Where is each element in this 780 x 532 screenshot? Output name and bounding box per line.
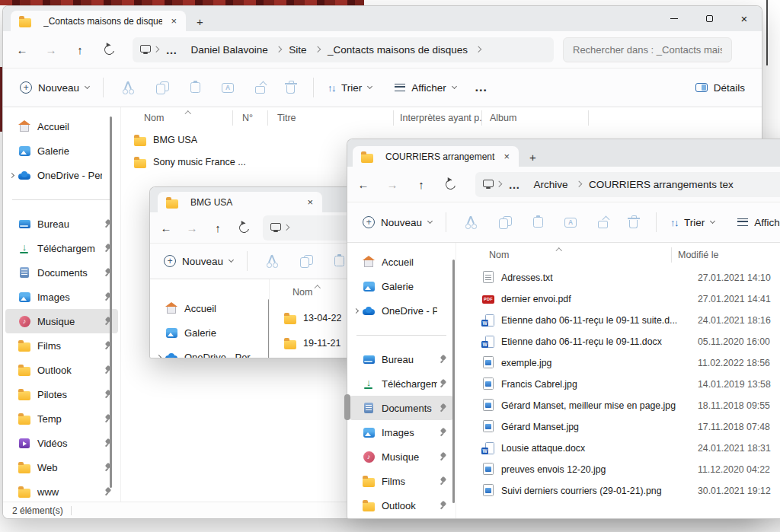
sidebar-item[interactable]: Bureau — [350, 347, 453, 371]
file-row[interactable]: dernier envoi.pdf 27.01.2021 14:41 — [456, 288, 780, 310]
back-button[interactable]: ← — [8, 37, 37, 62]
paste-button[interactable] — [533, 217, 543, 228]
close-window-button[interactable]: × — [727, 6, 762, 31]
new-tab-button[interactable]: + — [529, 151, 536, 163]
sidebar-item[interactable]: Outlook — [350, 493, 453, 518]
cut-button[interactable] — [266, 255, 279, 268]
sidebar-item[interactable]: Documents — [5, 260, 118, 285]
new-tab-button[interactable]: + — [197, 16, 203, 27]
column-header-modified[interactable]: Modifié le — [672, 247, 780, 263]
sidebar-item[interactable]: Films — [350, 469, 453, 493]
refresh-button[interactable] — [94, 37, 123, 62]
sidebar-item[interactable]: Accueil — [152, 296, 267, 320]
this-pc-icon[interactable] — [483, 180, 494, 187]
sidebar-scrollbar[interactable] — [110, 116, 112, 488]
file-row[interactable]: Etienne daho 06-11-reçu le 09-11 suite.d… — [456, 310, 780, 331]
copy-button[interactable] — [300, 255, 313, 268]
chevron-right-icon[interactable] — [9, 172, 14, 177]
search-input[interactable] — [563, 37, 732, 62]
copy-button[interactable] — [156, 81, 169, 94]
sidebar-item[interactable]: Bureau — [5, 212, 118, 236]
column-header-artists[interactable]: Interprètes ayant p... — [394, 110, 482, 126]
column-header-name[interactable]: Nom — [456, 247, 672, 263]
details-pane-button[interactable]: Détails — [689, 78, 751, 98]
up-button[interactable]: ↑ — [66, 37, 94, 62]
new-button[interactable]: + Nouveau — [14, 77, 95, 98]
rename-button[interactable] — [564, 218, 577, 228]
this-pc-icon[interactable] — [270, 223, 281, 231]
refresh-button[interactable] — [231, 215, 257, 241]
maximize-button[interactable] — [692, 6, 727, 31]
file-row[interactable]: Adresses.txt 27.01.2021 14:10 — [456, 267, 780, 288]
sidebar-item[interactable]: Temp — [5, 406, 118, 431]
rename-button[interactable] — [222, 83, 234, 93]
new-button[interactable]: + Nouveau — [356, 212, 438, 233]
sidebar-item[interactable]: Documents — [350, 396, 453, 420]
view-button[interactable]: Afficher — [388, 78, 462, 98]
cut-button[interactable] — [122, 81, 135, 94]
share-button[interactable] — [598, 221, 608, 228]
share-button[interactable] — [255, 86, 265, 94]
close-tab-icon[interactable]: × — [304, 197, 316, 207]
column-header-title[interactable]: Titre — [268, 110, 394, 126]
sidebar-item[interactable]: Accueil — [350, 250, 453, 274]
paste-button[interactable] — [190, 82, 200, 93]
sidebar-item[interactable]: Galerie — [5, 139, 118, 163]
sort-button[interactable]: ↑↓ Trier — [321, 78, 378, 98]
cut-button[interactable] — [465, 216, 478, 229]
chevron-right-icon[interactable] — [353, 307, 359, 313]
see-more-button[interactable]: … — [475, 80, 488, 95]
sidebar-item[interactable]: Galerie — [152, 320, 267, 345]
sidebar-item[interactable]: Téléchargem — [350, 371, 453, 396]
sidebar-scrollbar[interactable] — [452, 260, 455, 503]
sidebar-item[interactable]: Musique — [350, 444, 453, 469]
file-row[interactable]: Etienne daho 06-11-reçu le 09-11.docx 05… — [456, 331, 780, 352]
back-button[interactable]: ← — [349, 171, 378, 197]
file-row[interactable]: exemple.jpg 11.02.2022 18:56 — [456, 352, 780, 374]
column-header-name[interactable]: Nom — [121, 110, 233, 126]
sidebar-item[interactable]: Images — [5, 285, 118, 309]
this-pc-icon[interactable] — [140, 45, 151, 53]
file-row[interactable]: preuves envois 12-20.jpg 11.12.2020 04:2… — [456, 459, 780, 480]
sidebar-item[interactable]: Accueil — [5, 114, 118, 139]
forward-button[interactable]: → — [37, 37, 66, 62]
sidebar-item[interactable]: Outlook — [5, 358, 118, 382]
file-row[interactable]: Lousie attaque.docx 24.01.2021 18:31 — [456, 438, 780, 459]
minimize-button[interactable] — [657, 6, 692, 31]
refresh-button[interactable] — [436, 171, 465, 197]
paste-button[interactable] — [334, 256, 344, 266]
column-header-album[interactable]: Album — [482, 110, 589, 126]
column-header-number[interactable]: N° — [233, 110, 268, 126]
delete-button[interactable] — [286, 85, 295, 94]
sidebar-item[interactable]: OneDrive - Pers — [5, 163, 118, 187]
sidebar-item[interactable]: OneDrive - Pers — [350, 298, 453, 323]
copy-button[interactable] — [499, 216, 512, 229]
view-button[interactable]: Afficher — [731, 212, 780, 233]
sidebar-item[interactable]: Films — [5, 333, 118, 358]
breadcrumb-item[interactable]: COURRIERS arrangements tex — [582, 179, 740, 190]
breadcrumb-item[interactable]: Daniel Balavoine — [184, 44, 275, 56]
up-button[interactable]: ↑ — [205, 215, 231, 241]
close-tab-icon[interactable]: × — [500, 151, 513, 161]
sidebar-item[interactable]: OneDrive - Pers — [152, 345, 267, 358]
tab-contacts[interactable]: _Contacts maisons de disques × — [11, 11, 186, 31]
forward-button[interactable]: → — [378, 171, 407, 197]
breadcrumb[interactable]: … Daniel Balavoine Site _Contacts maison… — [133, 37, 554, 62]
sort-button[interactable]: ↑↓ Trier — [664, 212, 721, 233]
new-button[interactable]: + Nouveau — [158, 250, 239, 272]
delete-button[interactable] — [629, 220, 638, 228]
scrollbar-fragment[interactable] — [344, 394, 350, 420]
file-row[interactable]: Suivi derniers courriers (29-01-21).png … — [456, 480, 780, 502]
forward-button[interactable]: → — [179, 215, 205, 241]
sidebar-item[interactable]: Musique — [5, 309, 118, 333]
sidebar-item[interactable]: Vidéos — [5, 431, 118, 455]
breadcrumb-overflow-button[interactable]: … — [503, 178, 527, 191]
file-row[interactable]: Francis Cabrel.jpg 14.01.2019 13:58 — [456, 374, 780, 395]
up-button[interactable]: ↑ — [407, 171, 436, 197]
breadcrumb[interactable]: … Archive COURRIERS arrangements tex — [475, 172, 780, 197]
breadcrumb-overflow-button[interactable]: … — [160, 43, 184, 56]
chevron-right-icon[interactable] — [156, 354, 161, 358]
sidebar-item[interactable]: Pilotes — [5, 382, 118, 406]
back-button[interactable]: ← — [153, 215, 179, 241]
sidebar-item[interactable]: Galerie — [350, 274, 453, 298]
